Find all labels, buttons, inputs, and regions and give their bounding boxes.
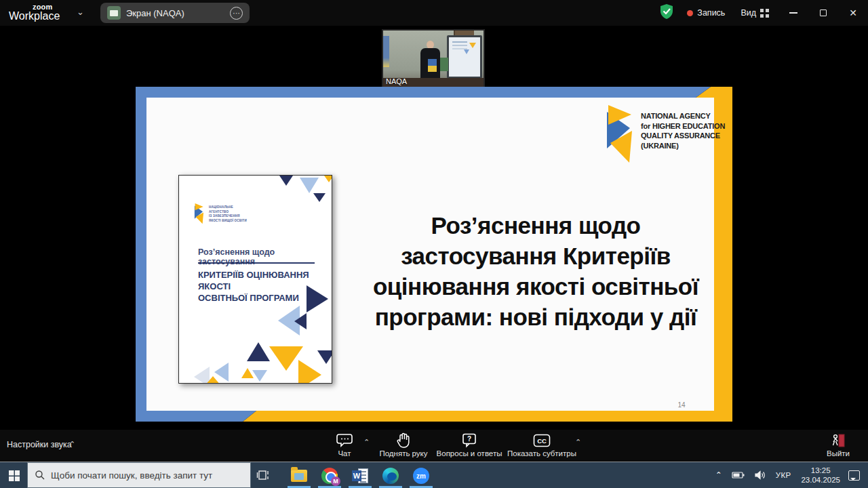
- recording-indicator: Запись: [687, 8, 725, 18]
- cover-triangle: [307, 285, 328, 312]
- chat-caret-icon[interactable]: ⌃: [363, 438, 370, 447]
- taskbar-search[interactable]: [27, 462, 251, 488]
- zoom-app-button[interactable]: zm: [412, 467, 430, 485]
- screen: zoom Workplace ⌄ Экран (NAQA) ··· Запись…: [0, 0, 868, 488]
- cover-triangle: [313, 193, 326, 202]
- tray-expand-icon[interactable]: ⌃: [715, 470, 722, 480]
- raise-hand-icon: [397, 432, 410, 449]
- windows-logo-icon: [9, 470, 20, 481]
- svg-text:?: ?: [467, 435, 471, 443]
- slide-title: Роз’яснення щодо застосування Критеріїв …: [359, 210, 712, 332]
- restore-button[interactable]: [808, 0, 838, 26]
- cover-triangle: [252, 370, 267, 382]
- task-view-button[interactable]: [256, 468, 270, 485]
- gmail-badge-icon: M: [331, 476, 340, 486]
- zoom-workplace-label: Workplace: [9, 10, 60, 22]
- file-explorer-icon: [291, 470, 307, 482]
- recording-label: Запись: [697, 8, 725, 18]
- recording-dot-icon: [687, 10, 693, 16]
- cover-rule: [198, 262, 315, 264]
- zoom-meeting-toolbar: Настройки звука ⌃ Чат ⌃ Поднять руку: [0, 430, 868, 462]
- shared-slide: NATIONAL AGENCY for HIGHER EDUCATION QUA…: [136, 87, 732, 422]
- search-icon: [35, 470, 45, 481]
- view-grid-icon: [760, 9, 769, 18]
- cover-triangle: [205, 376, 221, 384]
- search-input[interactable]: [51, 470, 241, 481]
- presentation-screen: [447, 35, 482, 79]
- minimize-button[interactable]: [778, 0, 808, 26]
- svg-text:CC: CC: [537, 437, 547, 445]
- close-button[interactable]: ✕: [838, 0, 868, 26]
- book-cover: НАЦІОНАЛЬНЕ АГЕНТСТВО ІЗ ЗАБЕЗПЕЧЕННЯ ЯК…: [178, 175, 332, 384]
- slide-page-number: 14: [671, 401, 692, 409]
- cover-naqa-logo-text: НАЦІОНАЛЬНЕ АГЕНТСТВО ІЗ ЗАБЕЗПЕЧЕННЯ ЯК…: [209, 205, 247, 223]
- word-button[interactable]: W: [351, 467, 369, 485]
- chrome-icon: M: [321, 468, 338, 484]
- screen-share-tab[interactable]: Экран (NAQA) ···: [100, 3, 250, 23]
- screen-share-icon: [107, 6, 121, 20]
- workspace-chevron-icon[interactable]: ⌄: [77, 7, 84, 17]
- cover-triangle: [300, 178, 319, 193]
- captions-caret-icon[interactable]: ⌃: [575, 438, 581, 447]
- word-icon: W: [352, 468, 368, 484]
- start-button[interactable]: [7, 468, 22, 483]
- zoom-titlebar: zoom Workplace ⌄ Экран (NAQA) ··· Запись…: [0, 0, 868, 26]
- participant-name-label: NAQA: [386, 77, 407, 85]
- raise-hand-label: Поднять руку: [379, 449, 427, 458]
- speaker-video-thumbnail[interactable]: NAQA: [382, 29, 485, 88]
- edge-icon: [382, 468, 399, 484]
- volume-icon[interactable]: [755, 470, 766, 480]
- chat-icon: [336, 432, 353, 449]
- audio-settings-caret-icon[interactable]: ⌃: [69, 440, 75, 449]
- wall-flag: [383, 36, 389, 67]
- naqa-logo-text: NATIONAL AGENCY for HIGHER EDUCATION QUA…: [641, 111, 725, 150]
- chrome-button[interactable]: M: [321, 467, 338, 485]
- cc-icon: CC: [533, 432, 551, 449]
- action-center-icon[interactable]: [848, 470, 860, 481]
- chat-label: Чат: [338, 449, 351, 458]
- cover-triangle: [324, 176, 332, 182]
- qa-icon: ?: [461, 432, 477, 449]
- leave-icon: [830, 432, 846, 449]
- qa-label: Вопросы и ответы: [437, 449, 502, 458]
- edge-button[interactable]: [382, 467, 399, 485]
- chat-button[interactable]: Чат: [327, 432, 362, 460]
- cover-triangle: [247, 342, 270, 361]
- zoom-app-icon: zm: [413, 468, 429, 484]
- battery-icon[interactable]: [732, 471, 745, 479]
- ukraine-flag-yellow: [428, 66, 437, 72]
- clock-date: 23.04.2025: [801, 475, 840, 485]
- cover-triangle: [317, 350, 332, 364]
- clock-time: 13:25: [801, 466, 840, 475]
- file-explorer-button[interactable]: [290, 467, 308, 485]
- raise-hand-button[interactable]: Поднять руку: [374, 432, 433, 460]
- ukraine-flag-blue: [428, 59, 437, 66]
- taskbar-clock[interactable]: 13:25 23.04.2025: [801, 466, 840, 485]
- cover-triangle: [294, 313, 307, 329]
- captions-label: Показать субтитры: [507, 449, 576, 458]
- green-flag: [440, 58, 448, 71]
- audio-settings-button[interactable]: Настройки звука: [7, 440, 72, 449]
- security-shield-icon[interactable]: [659, 3, 674, 22]
- leave-label: Выйти: [827, 449, 850, 458]
- cover-triangle: [279, 176, 293, 186]
- windows-taskbar: M W zm ⌃: [0, 462, 868, 488]
- cover-naqa-logo-icon: [193, 203, 206, 227]
- tab-more-icon[interactable]: ···: [230, 7, 243, 20]
- leave-button[interactable]: Выйти: [816, 432, 860, 460]
- captions-button[interactable]: CC Показать субтитры: [509, 432, 575, 460]
- qa-button[interactable]: ? Вопросы и ответы: [435, 432, 503, 460]
- screen-share-tab-label: Экран (NAQA): [126, 8, 230, 18]
- language-indicator[interactable]: УКР: [776, 471, 791, 479]
- naqa-logo-icon: [601, 104, 639, 166]
- view-button[interactable]: Вид: [741, 8, 769, 18]
- view-label: Вид: [741, 8, 756, 18]
